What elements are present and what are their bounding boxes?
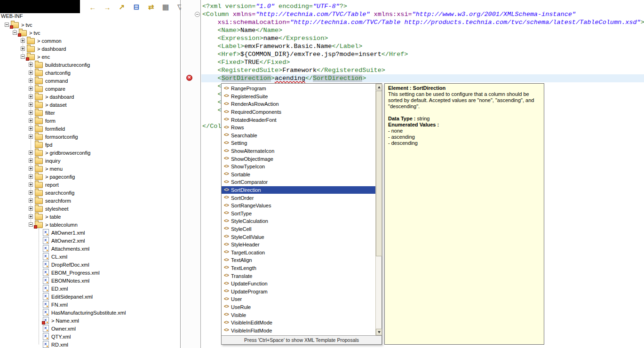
expand-toggle[interactable] <box>29 206 33 211</box>
expand-toggle[interactable] <box>21 39 25 43</box>
tree-item-attachments.xml[interactable]: Attachments.xml <box>0 245 180 253</box>
collapse-toggle[interactable] <box>13 31 17 35</box>
scroll-up-arrow-icon[interactable] <box>376 84 382 90</box>
collapse-toggle[interactable] <box>21 55 25 59</box>
expand-toggle[interactable] <box>29 63 33 67</box>
code-line[interactable]: <Name>Name</Name> <box>201 26 644 34</box>
tree-item-droprefdoc.xml[interactable]: DropRefDoc.xml <box>0 261 180 269</box>
expand-toggle[interactable] <box>29 190 33 195</box>
code-line[interactable]: <Fixed>TRUE</Fixed> <box>201 58 644 66</box>
expand-toggle[interactable] <box>29 182 33 187</box>
tree-item-qty.xml[interactable]: QTY.xml <box>0 332 180 340</box>
back-icon[interactable]: ← <box>87 2 98 12</box>
proposal-item-stylecell[interactable]: <>StyleCell <box>222 225 375 233</box>
proposal-item-textalign[interactable]: <>TextAlign <box>222 256 375 264</box>
collapse-all-icon[interactable]: ⊟ <box>131 2 142 12</box>
tree-item-searchform[interactable]: searchform <box>0 197 180 205</box>
forward-icon[interactable]: → <box>102 2 112 12</box>
proposal-item-user[interactable]: <>User <box>222 295 375 303</box>
tree-item-form[interactable]: form <box>0 117 180 125</box>
tree-item-formfield[interactable]: formfield <box>0 125 180 133</box>
tree-item-searchconfig[interactable]: searchconfig <box>0 189 180 197</box>
proposal-item-updatefunction[interactable]: <>UpdateFunction <box>222 280 375 288</box>
tree-item-owner.xml[interactable]: Owner.xml <box>0 324 180 332</box>
proposal-item-textlength[interactable]: <>TextLength <box>222 264 375 272</box>
tree-item-editsidepanel.xml[interactable]: EditSidepanel.xml <box>0 293 180 301</box>
proposal-item-showtypeicon[interactable]: <>ShowTypeIcon <box>222 163 375 171</box>
tree-item-compare[interactable]: compare <box>0 85 180 93</box>
proposal-item-showalternateicon[interactable]: <>ShowAlternateIcon <box>222 147 375 155</box>
proposal-item-userule[interactable]: <>UseRule <box>222 303 375 311</box>
proposal-item-sorttype[interactable]: <>SortType <box>222 210 375 218</box>
tree-item-tablecolumn[interactable]: > tablecolumn <box>0 221 180 229</box>
fold-collapse-icon[interactable] <box>195 12 200 17</box>
expand-toggle[interactable] <box>29 166 33 171</box>
code-line[interactable]: xsi:schemaLocation="http://technia.com/T… <box>201 18 644 26</box>
proposal-item-rangeprogram[interactable]: <>RangeProgram <box>222 85 375 93</box>
proposal-item-showobjectimage[interactable]: <>ShowObjectImage <box>222 155 375 163</box>
tree-item-buildstructureconfig[interactable]: buildstructureconfig <box>0 61 180 69</box>
focus-icon[interactable]: ▦ <box>160 2 171 12</box>
proposal-item-sortdirection[interactable]: <>SortDirection <box>222 186 375 194</box>
tree-item-altowner1.xml[interactable]: AltOwner1.xml <box>0 229 180 237</box>
proposal-item-sortcomparator[interactable]: <>SortComparator <box>222 178 375 186</box>
tree-item-chartconfig[interactable]: chartconfig <box>0 69 180 77</box>
code-line[interactable]: <Expression>name</Expression> <box>201 34 644 42</box>
code-line[interactable]: <RegisteredSuite>Framework</RegisteredSu… <box>201 66 644 74</box>
proposal-item-rows[interactable]: <>Rows <box>222 124 375 132</box>
proposal-item-visible[interactable]: <>Visible <box>222 311 375 319</box>
tree-item-report[interactable]: report <box>0 181 180 189</box>
collapse-toggle[interactable] <box>29 222 33 227</box>
expand-toggle[interactable] <box>29 111 33 115</box>
expand-toggle[interactable] <box>29 198 33 203</box>
tree-item-ebom_progress.xml[interactable]: EBOM_Progress.xml <box>0 269 180 277</box>
proposal-item-searchable[interactable]: <>Searchable <box>222 132 375 140</box>
tree-item-fpd[interactable]: fpd <box>0 141 180 149</box>
tree-item-command[interactable]: command <box>0 77 180 85</box>
tree-item-tvc[interactable]: > tvc <box>0 29 180 37</box>
expand-toggle[interactable] <box>29 79 33 83</box>
tree-item-formsortconfig[interactable]: formsortconfig <box>0 133 180 141</box>
tree-item-stylesheet[interactable]: stylesheet <box>0 205 180 213</box>
proposal-item-sortrangevalues[interactable]: <>SortRangeValues <box>222 202 375 210</box>
tree-item-enc[interactable]: > enc <box>0 53 180 61</box>
tree-item-cl.xml[interactable]: CL.xml <box>0 253 180 261</box>
proposal-item-updateprogram[interactable]: <>UpdateProgram <box>222 287 375 295</box>
expand-toggle[interactable] <box>29 95 33 99</box>
code-line[interactable]: <Column xmlns="http://technia.com/TVC/Ta… <box>201 10 644 18</box>
tree-item-hasmanufacturingsubstitute.xml[interactable]: HasManufacturingSubstitute.xml <box>0 308 180 316</box>
scroll-down-arrow-icon[interactable] <box>376 329 382 335</box>
expand-toggle[interactable] <box>29 119 33 123</box>
tree-item-dashboard[interactable]: > dashboard <box>0 93 180 101</box>
proposal-item-requiredcomponents[interactable]: <>RequiredComponents <box>222 108 375 116</box>
tree-item-menu[interactable]: > menu <box>0 165 180 173</box>
code-line[interactable]: <?xml version="1.0" encoding="UTF-8"?> <box>201 2 644 10</box>
tree-item-filter[interactable]: filter <box>0 109 180 117</box>
tree-item-inquiry[interactable]: inquiry <box>0 157 180 165</box>
expand-toggle[interactable] <box>29 71 33 75</box>
proposal-item-registeredsuite[interactable]: <>RegisteredSuite <box>222 93 375 101</box>
expand-toggle[interactable] <box>29 87 33 91</box>
proposal-item-visibleinflatmode[interactable]: <>VisibleInFlatMode <box>222 326 375 334</box>
expand-toggle[interactable] <box>29 174 33 179</box>
proposal-item-renderasrowaction[interactable]: <>RenderAsRowAction <box>222 100 375 108</box>
expand-toggle[interactable] <box>29 150 33 155</box>
proposal-item-styleheader[interactable]: <>StyleHeader <box>222 241 375 249</box>
code-line-current[interactable]: <SortDirection>acending</SortDirection> <box>201 74 644 82</box>
tree-item-table[interactable]: > table <box>0 213 180 221</box>
expand-toggle[interactable] <box>29 214 33 219</box>
tree-item-dataset[interactable]: > dataset <box>0 101 180 109</box>
tree-item-dashboard[interactable]: > dashboard <box>0 45 180 53</box>
proposal-item-stylecalculation[interactable]: <>StyleCalculation <box>222 217 375 225</box>
proposal-item-setting[interactable]: <>Setting <box>222 139 375 147</box>
proposal-item-rotatedheaderfont[interactable]: <>RotatedHeaderFont <box>222 116 375 124</box>
code-line[interactable]: <Href>${COMMON_DIR}/emxTree.jsp?mode=ins… <box>201 50 644 58</box>
proposal-item-sortable[interactable]: <>Sortable <box>222 171 375 179</box>
link-with-editor-icon[interactable]: ⇄ <box>146 2 156 12</box>
expand-toggle[interactable] <box>29 127 33 131</box>
tree-item-rd.xml[interactable]: RD.xml <box>0 340 180 348</box>
expand-toggle[interactable] <box>29 103 33 107</box>
code-line[interactable]: <Label>emxFramework.Basic.Name</Label> <box>201 42 644 50</box>
tree-item-ed.xml[interactable]: ED.xml <box>0 285 180 293</box>
tree-item-pageconfig[interactable]: > pageconfig <box>0 173 180 181</box>
